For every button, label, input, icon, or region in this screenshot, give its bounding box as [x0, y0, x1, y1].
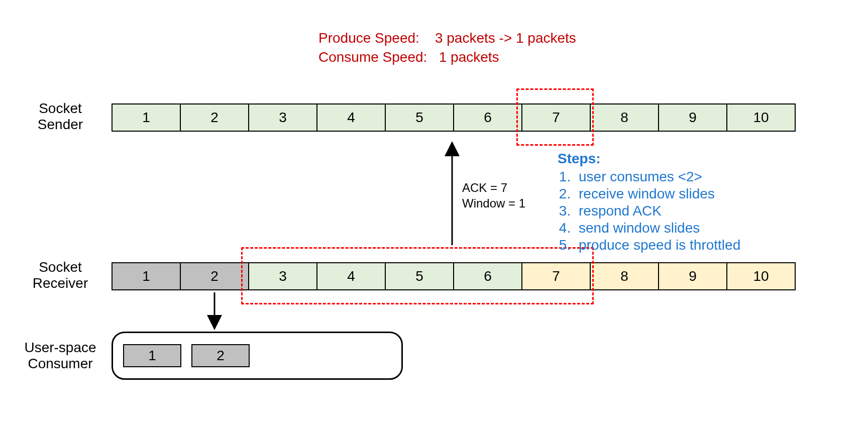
sender-cell: 4	[316, 103, 386, 132]
receiver-cell: 10	[726, 262, 796, 290]
sender-cell: 10	[726, 103, 796, 132]
receiver-label-line1: Socket	[25, 259, 95, 275]
receiver-cell: 2	[180, 262, 249, 290]
produce-speed-value: 3 packets -> 1 packets	[435, 30, 576, 46]
consume-speed-value: 1 packets	[439, 49, 499, 65]
receiver-cell: 1	[112, 262, 181, 290]
ack-arrow	[442, 146, 462, 246]
sender-cell: 8	[590, 103, 659, 132]
consumer-item: 2	[191, 344, 250, 367]
consumer-box: 1 2	[112, 332, 403, 380]
sender-cell: 6	[453, 103, 522, 132]
consumer-label-line2: Consumer	[20, 356, 100, 372]
receiver-label-line2: Receiver	[25, 275, 95, 291]
receiver-cell: 9	[658, 262, 727, 290]
sender-cell: 1	[112, 103, 181, 132]
step-item: respond ACK	[575, 203, 839, 219]
sender-label: Socket Sender	[28, 100, 93, 133]
consumer-label-line1: User-space	[20, 340, 100, 356]
sender-cell: 5	[385, 103, 454, 132]
window-line: Window = 1	[462, 195, 525, 211]
step-item: send window slides	[575, 220, 839, 236]
sender-cell: 2	[180, 103, 249, 132]
steps-list: user consumes <2> receive window slides …	[575, 169, 839, 253]
consume-speed: Consume Speed: 1 packets	[318, 49, 499, 65]
consumer-item: 1	[123, 344, 181, 367]
sender-label-line2: Sender	[28, 117, 93, 133]
step-item: produce speed is throttled	[575, 237, 839, 253]
send-window-box	[516, 88, 594, 146]
sender-cell: 3	[248, 103, 317, 132]
consume-speed-label: Consume Speed:	[318, 49, 427, 65]
produce-speed: Produce Speed: 3 packets -> 1 packets	[318, 30, 576, 46]
ack-line: ACK = 7	[462, 180, 525, 195]
steps-title: Steps:	[558, 151, 839, 167]
steps-block: Steps: user consumes <2> receive window …	[558, 151, 839, 254]
sender-row: 1 2 3 4 5 6 7 8 9 10	[112, 103, 795, 132]
step-item: receive window slides	[575, 186, 839, 202]
receiver-cell: 8	[590, 262, 659, 290]
receive-window-box	[241, 247, 594, 304]
receiver-label: Socket Receiver	[25, 259, 95, 291]
produce-speed-label: Produce Speed:	[318, 30, 419, 46]
consumer-label: User-space Consumer	[20, 340, 100, 372]
step-item: user consumes <2>	[575, 169, 839, 185]
consume-arrow	[204, 291, 225, 327]
ack-info: ACK = 7 Window = 1	[462, 180, 525, 211]
sender-label-line1: Socket	[28, 100, 93, 117]
sender-cell: 9	[658, 103, 727, 132]
diagram-stage: Produce Speed: 3 packets -> 1 packets Co…	[0, 0, 868, 423]
